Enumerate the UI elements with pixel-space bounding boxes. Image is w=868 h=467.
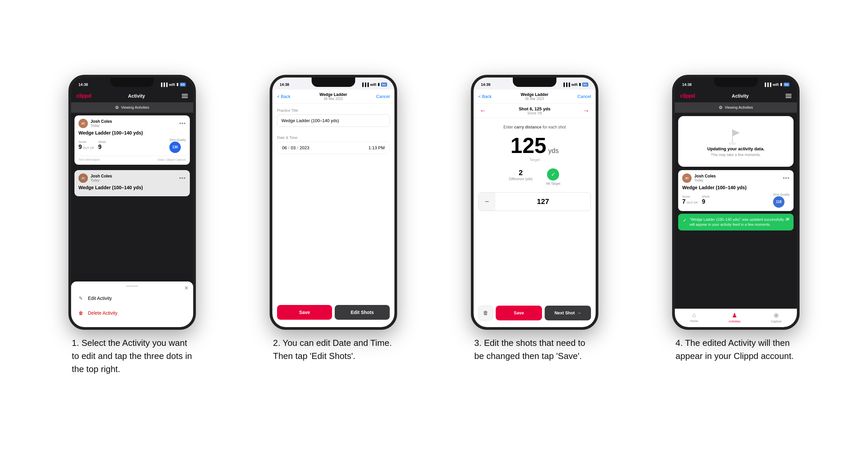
viewing-banner-4: ⚙ Viewing Activities [675,102,797,113]
date-month: 03 [291,145,296,150]
three-dots-4[interactable]: ••• [783,175,789,181]
svg-point-2 [728,142,737,145]
data-badge-4: 5G [783,83,789,87]
quality-badge-1: 130 [169,142,181,153]
phone-4: 14:38 ▐▐▐ wifi ▮ 5G clippd Activity [672,75,800,330]
sheet-handle-1 [126,285,138,287]
hamburger-menu-1[interactable] [182,94,188,98]
delete-activity-item[interactable]: 🗑 Delete Activity [71,306,193,320]
carry-instruction: Enter carry distance for each shot [503,125,566,129]
status-icons-2: ▐▐▐ wifi ▮ 5G [361,82,387,87]
notch-2 [312,77,355,87]
user-info-2: JC Josh Coles Today [79,174,112,183]
user-name-1: Josh Coles [91,119,112,124]
bottom-nav-4: ⌂ Home ♟ Activities ⊕ Capture [675,309,797,327]
card-title-1: Wedge Ladder (100–140 yds) [79,130,186,135]
save-button-2[interactable]: Save [277,305,332,320]
practice-title-input[interactable] [277,115,390,127]
edit-shots-button[interactable]: Edit Shots [335,305,390,320]
hit-target-icon: ✓ [547,168,559,181]
phone-3: 14:39 ▐▐▐ wifi ▮ 5G < Back Wedge Ladder … [471,75,598,330]
back-button-2[interactable]: < Back [277,94,290,99]
prev-shot-button[interactable]: ← [478,107,488,115]
datetime-section: Date & Time [272,131,395,142]
shot-score: Score 7/9 [519,112,551,115]
cancel-button-2[interactable]: Cancel [376,94,390,99]
difference-value: 2 [509,168,532,177]
phone-block-3: 14:39 ▐▐▐ wifi ▮ 5G < Back Wedge Ladder … [441,75,628,363]
shot-distance-input[interactable] [495,197,591,206]
target-label: Target [530,158,540,162]
shot-bottom-buttons: 🗑 Save Next Shot → [473,302,596,325]
edit-activity-item[interactable]: ✎ Edit Activity [71,291,193,306]
signal-icon-2: ▐▐▐ [361,83,369,87]
sheet-close-1[interactable]: ✕ [184,285,188,291]
notch-4 [714,77,758,87]
save-shot-button[interactable]: Save [496,306,542,320]
user-info-1: JC Josh Coles Today [79,119,112,128]
nav-title-3: Wedge Ladder [521,92,548,97]
data-badge-1: 5G [180,83,186,87]
date-year: 2023 [300,145,309,150]
outof-1: OUT OF [83,146,94,150]
outof-4: OUT OF [687,201,698,204]
update-banner-4: Updating your activity data. This may ta… [678,116,794,167]
phone-2: 14:38 ▐▐▐ wifi ▮ 5G < Back Wedge Ladder … [270,75,397,330]
quality-stat-1: Shot Quality 130 [169,138,186,153]
shot-title: Shot 6, 125 yds [519,106,551,112]
next-shot-button[interactable]: Next Shot → [545,306,591,320]
home-indicator-3 [473,325,596,327]
battery-icon-1: ▮ [177,82,179,87]
status-time-1: 14:38 [79,83,88,87]
pencil-icon: ✎ [78,295,84,301]
viewing-banner-text-4: Viewing Activities [725,105,753,110]
shots-value-4: 9 [702,198,705,205]
three-dots-2[interactable]: ••• [179,175,186,181]
signal-icon-4: ▐▐▐ [763,83,771,87]
signal-icon-3: ▐▐▐ [562,83,570,87]
score-stat-1: Score 9 OUT OF [79,140,94,151]
card-footer-1: Test Information Data: Clippd Capture [79,156,186,161]
activity-card-4: JC Josh Coles Today ••• Wedge Ladder (10… [678,170,794,211]
nav-bar-2: < Back Wedge Ladder 06 Mar 2023 Cancel [272,90,395,104]
back-button-3[interactable]: < Back [478,94,492,99]
shots-value-1: 9 [98,144,102,150]
toast-close-4[interactable]: ✕ [786,216,790,222]
app-header-4: clippd Activity [675,90,797,102]
activities-label: Activities [728,320,741,323]
card-header-1: JC Josh Coles Today ••• [79,119,186,128]
caption-4: 4. The edited Activity will then appear … [676,337,796,363]
decrement-button[interactable]: − [478,193,495,211]
cancel-button-3[interactable]: Cancel [578,94,591,99]
delete-shot-button[interactable]: 🗑 [478,306,493,320]
three-dots-1[interactable]: ••• [179,120,186,126]
user-date-4: Today [694,179,716,182]
hamburger-menu-4[interactable] [785,94,792,98]
shots-stat-4: Shots 9 [702,195,710,205]
bottom-buttons-2: Save Edit Shots [272,302,395,325]
increment-button[interactable]: + [591,193,591,211]
app-header-1: clippd Activity [71,90,193,102]
user-meta-4: Josh Coles Today [694,174,716,182]
arrow-right-icon: → [577,310,581,315]
nav-capture-4[interactable]: ⊕ Capture [771,312,782,323]
wifi-icon-1: wifi [169,83,175,87]
next-shot-nav-button[interactable]: → [582,107,591,115]
phone-1: 14:38 ▐▐▐ wifi ▮ 5G clippd Activity [68,75,196,330]
shot-body-3: Enter carry distance for each shot 125 y… [473,118,596,302]
edit-activity-label: Edit Activity [88,295,112,301]
signal-icon-1: ▐▐▐ [160,83,167,87]
nav-activities-4[interactable]: ♟ Activities [728,312,741,323]
app-logo-1: clippd [76,93,91,99]
card-title-2: Wedge Ladder (100–140 yds) [79,185,186,190]
nav-home-4[interactable]: ⌂ Home [690,312,698,323]
datetime-row[interactable]: 06 / 03 / 2023 1:13 PM [277,142,390,154]
avatar-2: JC [79,174,88,183]
golf-flag-icon [726,126,746,146]
status-icons-4: ▐▐▐ wifi ▮ 5G [763,82,789,87]
caption-2: 2. You can edit Date and Time. Then tap … [273,337,394,363]
success-toast-4: ✓ "Wedge Ladder (100–140 yds)" was updat… [678,214,794,231]
card-stats-4: Score 7 OUT OF Shots 9 Shot Quality [682,193,789,208]
spacer-2 [272,154,395,302]
score-value-1: 9 [79,144,82,151]
